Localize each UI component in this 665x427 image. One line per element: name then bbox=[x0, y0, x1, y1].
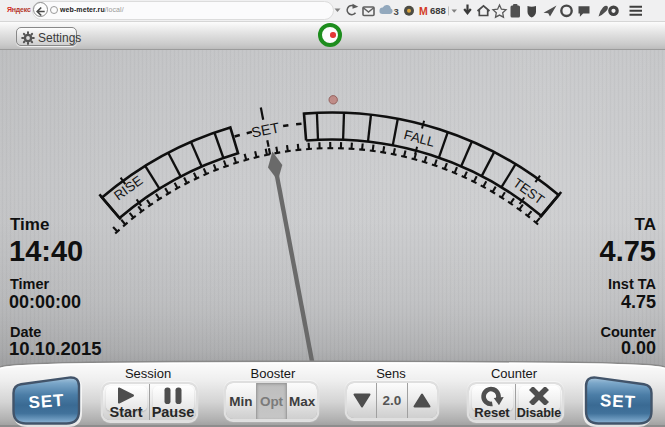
svg-text:M: M bbox=[419, 5, 428, 17]
svg-text:SET: SET bbox=[250, 119, 281, 140]
svg-text:SET: SET bbox=[28, 391, 65, 412]
svg-text:688: 688 bbox=[430, 5, 446, 16]
svg-text:3: 3 bbox=[394, 6, 399, 17]
svg-text:SET: SET bbox=[599, 391, 636, 412]
svg-text:FALL: FALL bbox=[402, 127, 437, 150]
